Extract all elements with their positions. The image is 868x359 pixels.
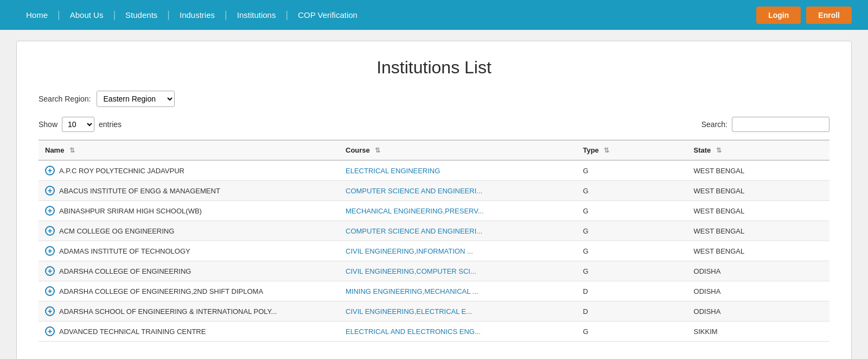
institution-course: MINING ENGINEERING,MECHANICAL ...: [346, 287, 478, 295]
institution-state: WEST BENGAL: [694, 167, 745, 175]
institution-name: ABACUS INSTITUTE OF ENGG & MANAGEMENT: [59, 187, 220, 195]
name-cell: +ADAMAS INSTITUTE OF TECHNOLOGY: [45, 246, 333, 256]
name-cell: +ADARSHA COLLEGE OF ENGINEERING,2ND SHIF…: [45, 286, 333, 296]
table-row: +ABACUS INSTITUTE OF ENGG & MANAGEMENTCO…: [39, 181, 829, 201]
nav-item-industries[interactable]: Industries: [170, 10, 225, 20]
institution-state: ODISHA: [694, 287, 721, 295]
search-row: Search:: [701, 117, 829, 132]
institution-name: ACM COLLEGE OG ENGINEERING: [59, 227, 174, 235]
page-title: Institutions List: [39, 58, 829, 78]
institution-state: WEST BENGAL: [694, 227, 745, 235]
institution-course: ELECTRICAL ENGINEERING: [346, 167, 440, 175]
institution-name: ADARSHA SCHOOL OF ENGINEERING & INTERNAT…: [59, 307, 277, 316]
entries-label: entries: [99, 120, 122, 129]
show-left: Show 10 25 50 100 entries: [39, 117, 122, 132]
search-input[interactable]: [732, 117, 829, 132]
institution-course: ELECTRICAL AND ELECTRONICS ENG...: [346, 327, 481, 336]
sort-icon-type: ⇅: [604, 147, 609, 154]
name-cell: +ACM COLLEGE OG ENGINEERING: [45, 226, 333, 236]
table-row: +ADAMAS INSTITUTE OF TECHNOLOGYCIVIL ENG…: [39, 241, 829, 261]
table-row: +ADARSHA SCHOOL OF ENGINEERING & INTERNA…: [39, 301, 829, 322]
institution-course: COMPUTER SCIENCE AND ENGINEERI...: [346, 187, 482, 195]
institution-course: CIVIL ENGINEERING,INFORMATION ...: [346, 247, 473, 255]
table-row: +A.P.C ROY POLYTECHNIC JADAVPURELECTRICA…: [39, 160, 829, 181]
table-header-row: Name ⇅ Course ⇅ Type ⇅ State ⇅: [39, 140, 829, 160]
table-row: +ADARSHA COLLEGE OF ENGINEERING,2ND SHIF…: [39, 281, 829, 301]
institution-course: MECHANICAL ENGINEERING,PRESERV...: [346, 207, 484, 215]
nav-links: Home|About Us|Students|Industries|Instit…: [16, 9, 367, 21]
table-head: Name ⇅ Course ⇅ Type ⇅ State ⇅: [39, 140, 829, 160]
institution-state: ODISHA: [694, 307, 721, 316]
institution-state: ODISHA: [694, 267, 721, 275]
table-body: +A.P.C ROY POLYTECHNIC JADAVPURELECTRICA…: [39, 160, 829, 342]
sort-icon-name: ⇅: [69, 147, 75, 154]
institution-state: WEST BENGAL: [694, 187, 745, 195]
expand-icon[interactable]: +: [45, 246, 55, 256]
institution-course: CIVIL ENGINEERING,ELECTRICAL E...: [346, 307, 472, 316]
institution-state: SIKKIM: [694, 327, 718, 336]
expand-icon[interactable]: +: [45, 306, 55, 316]
name-cell: +ADVANCED TECHNICAL TRAINING CENTRE: [45, 326, 333, 336]
nav-item-institutions[interactable]: Institutions: [227, 10, 286, 20]
institution-type: G: [583, 267, 588, 275]
institution-type: G: [583, 327, 588, 336]
login-button[interactable]: Login: [756, 7, 801, 24]
institution-type: G: [583, 207, 588, 215]
table-row: +ABINASHPUR SRIRAM HIGH SCHOOL(WB)MECHAN…: [39, 201, 829, 221]
sort-icon-course: ⇅: [375, 147, 380, 154]
institution-name: ADVANCED TECHNICAL TRAINING CENTRE: [59, 327, 206, 336]
show-label: Show: [39, 120, 58, 129]
institution-name: ADARSHA COLLEGE OF ENGINEERING,2ND SHIFT…: [59, 287, 263, 295]
expand-icon[interactable]: +: [45, 206, 55, 216]
main-wrapper: Institutions List Search Region: Eastern…: [16, 41, 852, 359]
institutions-table: Name ⇅ Course ⇅ Type ⇅ State ⇅ +A.P.C R: [39, 140, 829, 342]
expand-icon[interactable]: +: [45, 286, 55, 296]
institution-name: ABINASHPUR SRIRAM HIGH SCHOOL(WB): [59, 207, 202, 215]
col-header-type[interactable]: Type ⇅: [576, 140, 687, 160]
nav-item-cop-verification[interactable]: COP Verification: [288, 10, 367, 20]
expand-icon[interactable]: +: [45, 326, 55, 336]
sort-icon-state: ⇅: [716, 147, 722, 154]
show-row: Show 10 25 50 100 entries Search:: [39, 117, 829, 132]
navbar: Home|About Us|Students|Industries|Instit…: [0, 0, 868, 30]
institution-name: A.P.C ROY POLYTECHNIC JADAVPUR: [59, 167, 184, 175]
entries-select[interactable]: 10 25 50 100: [62, 117, 94, 132]
nav-buttons: Login Enroll: [756, 7, 852, 24]
nav-item-about-us[interactable]: About Us: [60, 10, 113, 20]
expand-icon[interactable]: +: [45, 186, 55, 196]
expand-icon[interactable]: +: [45, 226, 55, 236]
nav-item-students[interactable]: Students: [116, 10, 167, 20]
table-row: +ACM COLLEGE OG ENGINEERINGCOMPUTER SCIE…: [39, 221, 829, 241]
institution-course: CIVIL ENGINEERING,COMPUTER SCI...: [346, 267, 476, 275]
expand-icon[interactable]: +: [45, 266, 55, 276]
institution-type: G: [583, 247, 588, 255]
search-region-label: Search Region:: [39, 95, 91, 103]
institution-state: WEST BENGAL: [694, 207, 745, 215]
filter-row: Search Region: Eastern RegionWestern Reg…: [39, 91, 829, 107]
col-header-state[interactable]: State ⇅: [687, 140, 829, 160]
institution-course: COMPUTER SCIENCE AND ENGINEERI...: [346, 227, 482, 235]
name-cell: +ADARSHA COLLEGE OF ENGINEERING: [45, 266, 333, 276]
institution-state: WEST BENGAL: [694, 247, 745, 255]
name-cell: +ABINASHPUR SRIRAM HIGH SCHOOL(WB): [45, 206, 333, 216]
col-header-course[interactable]: Course ⇅: [339, 140, 576, 160]
institution-type: G: [583, 167, 588, 175]
region-select[interactable]: Eastern RegionWestern RegionNorthern Reg…: [97, 91, 175, 107]
enroll-button[interactable]: Enroll: [806, 7, 852, 24]
table-row: +ADARSHA COLLEGE OF ENGINEERINGCIVIL ENG…: [39, 261, 829, 281]
search-label: Search:: [701, 120, 727, 129]
institution-type: D: [583, 307, 588, 316]
name-cell: +ABACUS INSTITUTE OF ENGG & MANAGEMENT: [45, 186, 333, 196]
institution-name: ADAMAS INSTITUTE OF TECHNOLOGY: [59, 247, 190, 255]
name-cell: +A.P.C ROY POLYTECHNIC JADAVPUR: [45, 166, 333, 175]
table-row: +ADVANCED TECHNICAL TRAINING CENTREELECT…: [39, 322, 829, 342]
nav-item-home[interactable]: Home: [16, 10, 58, 20]
name-cell: +ADARSHA SCHOOL OF ENGINEERING & INTERNA…: [45, 306, 333, 316]
institution-type: G: [583, 227, 588, 235]
institution-type: D: [583, 287, 588, 295]
expand-icon[interactable]: +: [45, 166, 55, 175]
institution-type: G: [583, 187, 588, 195]
col-header-name[interactable]: Name ⇅: [39, 140, 339, 160]
institution-name: ADARSHA COLLEGE OF ENGINEERING: [59, 267, 191, 275]
